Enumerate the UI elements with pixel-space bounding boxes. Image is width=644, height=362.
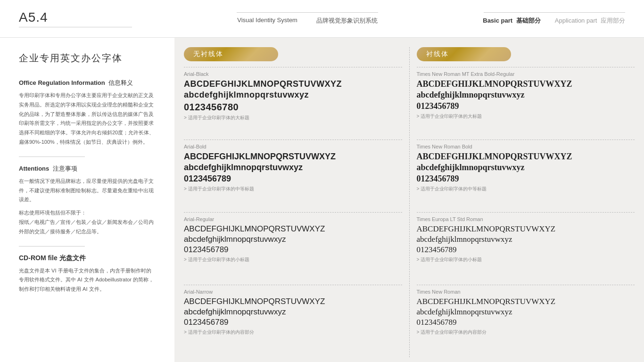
sidebar-divider-2 <box>19 246 85 247</box>
font-name-times-bold: Times New Roman Bold <box>417 144 635 149</box>
font-desc-times-new-roman: 适用于企业印刷字体的内容部分 <box>417 329 635 336</box>
font-name-arial-bold: Arial-Bold <box>184 144 402 149</box>
font-alpha-times-new-roman: ABCDEFGHIJKLMNOPQRSTUVWXYZ abcdefghijklm… <box>417 296 635 328</box>
cat-label-sans: 无衬线体 <box>184 47 278 61</box>
sidebar-section-info: Office Regulation Information 信息释义 专用印刷字… <box>19 79 156 147</box>
vi-label-zh: 品牌视觉形象识别系统 <box>316 16 378 25</box>
font-name-times-europa: Times Europa LT Std Roman <box>417 216 635 222</box>
vi-label-en: Visual Identity System <box>237 16 297 25</box>
font-col-serif: 衬线体 Times New Roman MT Extra Bold-Regula… <box>410 47 635 357</box>
font-desc-times-bold: 适用于企业印刷字体的中等标题 <box>417 186 635 192</box>
font-entry-arial-bold: Arial-Bold ABCDEFGHIJKLMNOPQRSTUVWXYZ ab… <box>184 140 402 212</box>
cd-text: 光盘文件是本 VI 手册电子文件的集合，内含手册制作时的专用软件格式文件。其中 … <box>19 266 156 294</box>
header-left: A5.4 <box>19 10 132 27</box>
cd-title: CD-ROM file 光盘文件 <box>19 254 156 263</box>
header-center: Visual Identity System 品牌视觉形象识别系统 <box>237 12 378 25</box>
font-name-times-extrabold: Times New Roman MT Extra Bold-Regular <box>417 71 635 77</box>
font-name-arial-black: Arial-Black <box>184 71 402 77</box>
sidebar-section-attention: Attentions 注意事项 在一般情况下使用品牌标志，应尽量使用提供的光盘电… <box>19 165 156 237</box>
header-center-labels: Visual Identity System 品牌视觉形象识别系统 <box>237 16 378 25</box>
sidebar-main-title: 企业专用英文办公字体 <box>19 52 156 65</box>
font-alpha-arial-bold: ABCDEFGHIJKLMNOPQRSTUVWXYZ abcdefghijklm… <box>184 151 402 184</box>
header: A5.4 Visual Identity System 品牌视觉形象识别系统 B… <box>0 0 644 38</box>
font-desc-arial-black: 适用于企业印刷字体的大标题 <box>184 115 402 121</box>
page-code: A5.4 <box>19 10 132 25</box>
header-right: Basic part 基础部分 Application part 应用部分 <box>483 12 625 25</box>
font-name-times-new-roman: Times New Roman <box>417 289 635 295</box>
font-desc-arial-narrow: 适用于企业印刷字体的内容部分 <box>184 329 402 336</box>
font-desc-arial-bold: 适用于企业印刷字体的中等标题 <box>184 186 402 192</box>
font-desc-times-extrabold: 适用于企业印刷字体的大标题 <box>417 113 635 120</box>
sidebar: 企业专用英文办公字体 Office Regulation Information… <box>0 38 174 362</box>
font-desc-arial-regular: 适用于企业印刷字体的小标题 <box>184 256 402 263</box>
sidebar-section-info-title: Office Regulation Information 信息释义 <box>19 79 156 87</box>
header-right-divider <box>484 12 625 13</box>
main-content: 企业专用英文办公字体 Office Regulation Information… <box>0 38 644 362</box>
font-name-arial-narrow: Arial-Narrow <box>184 289 402 295</box>
font-alpha-arial-black: ABCDEFGHIJKLMNOPQRSTUVWXYZ abcdefghijklm… <box>184 79 402 113</box>
nav-labels: Basic part 基础部分 Application part 应用部分 <box>483 16 625 25</box>
cat-label-serif: 衬线体 <box>417 47 511 61</box>
sidebar-section-info-text: 专用印刷字体和专用办公字体主要应用于企业文献的正文及实务用品。所选定的字体用以实… <box>19 91 156 147</box>
font-alpha-times-extrabold: ABCDEFGHIJKLMNOPQRSTUVWXYZ abcdefghijklm… <box>417 79 635 112</box>
font-alpha-arial-narrow: ABCDEFGHIJKLMNOPQRSTUVWXYZ abcdefghijklm… <box>184 296 402 328</box>
header-divider <box>19 27 132 27</box>
font-col-sans: 无衬线体 Arial-Black ABCDEFGHIJKLMNOPQRSTUVW… <box>184 47 410 357</box>
font-name-arial-regular: Arial-Regular <box>184 216 402 222</box>
font-alpha-arial-regular: ABCDEFGHIJKLMNOPQRSTUVWXYZ abcdefghijklm… <box>184 224 402 255</box>
header-center-divider <box>237 12 378 13</box>
font-entry-times-europa: Times Europa LT Std Roman ABCDEFGHIJKLMN… <box>417 212 635 285</box>
font-entry-arial-black: Arial-Black ABCDEFGHIJKLMNOPQRSTUVWXYZ a… <box>184 67 402 140</box>
basic-part-label: Basic part 基础部分 <box>483 16 541 25</box>
sidebar-attention-text1: 在一般情况下使用品牌标志，应尽量使用提供的光盘电子文件，不建议使用标准制图绘制标… <box>19 177 156 205</box>
font-content: 无衬线体 Arial-Black ABCDEFGHIJKLMNOPQRSTUVW… <box>174 38 644 362</box>
font-entry-times-new-roman: Times New Roman ABCDEFGHIJKLMNOPQRSTUVWX… <box>417 285 635 357</box>
app-part-label: Application part 应用部分 <box>555 16 625 25</box>
sidebar-section-attention-title: Attentions 注意事项 <box>19 165 156 173</box>
font-alpha-times-bold: ABCDEFGHIJKLMNOPQRSTUVWXYZ abcdefghijklm… <box>417 151 635 184</box>
font-entry-arial-narrow: Arial-Narrow ABCDEFGHIJKLMNOPQRSTUVWXYZ … <box>184 285 402 357</box>
font-entry-arial-regular: Arial-Regular ABCDEFGHIJKLMNOPQRSTUVWXYZ… <box>184 212 402 285</box>
font-entry-times-extrabold: Times New Roman MT Extra Bold-Regular AB… <box>417 67 635 140</box>
sidebar-section-cd: CD-ROM file 光盘文件 光盘文件是本 VI 手册电子文件的集合，内含手… <box>19 254 156 294</box>
font-entry-times-bold: Times New Roman Bold ABCDEFGHIJKLMNOPQRS… <box>417 140 635 212</box>
sidebar-attention-text2: 标志使用环境包括但不限于： 报纸／电视广告／宣传／包装／会议／新闻发布会／公司内… <box>19 208 156 236</box>
sidebar-divider-1 <box>19 156 85 157</box>
font-alpha-times-europa: ABCDEFGHIJKLMNOPQRSTUVWXYZ abcdefghijklm… <box>417 224 635 255</box>
font-columns: 无衬线体 Arial-Black ABCDEFGHIJKLMNOPQRSTUVW… <box>184 47 635 357</box>
font-desc-times-europa: 适用于企业印刷字体的小标题 <box>417 256 635 263</box>
